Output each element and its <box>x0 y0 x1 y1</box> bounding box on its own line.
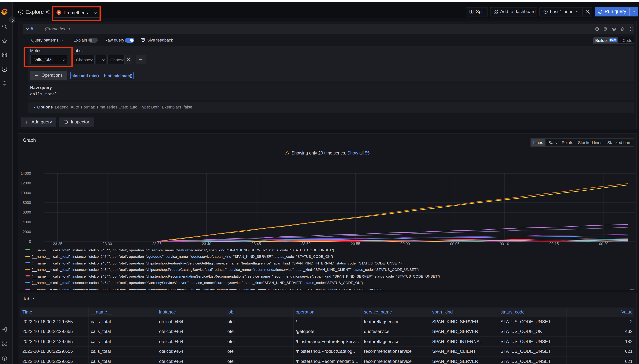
svg-text:4000: 4000 <box>23 220 31 224</box>
svg-text:23:25: 23:25 <box>53 242 62 246</box>
svg-text:00:10: 00:10 <box>500 242 509 246</box>
svg-text:23:35: 23:35 <box>152 242 162 246</box>
svg-text:00:05: 00:05 <box>450 242 460 246</box>
svg-text:23:45: 23:45 <box>252 242 261 246</box>
svg-text:10000: 10000 <box>20 191 31 195</box>
svg-text:23:50: 23:50 <box>301 242 310 246</box>
svg-text:2000: 2000 <box>23 230 31 234</box>
svg-text:23:40: 23:40 <box>202 242 211 246</box>
svg-text:12000: 12000 <box>20 181 31 185</box>
svg-text:14000: 14000 <box>20 171 31 176</box>
svg-text:23:30: 23:30 <box>102 242 112 246</box>
svg-text:6000: 6000 <box>23 210 31 214</box>
svg-text:8000: 8000 <box>23 200 31 205</box>
svg-text:23:55: 23:55 <box>351 242 360 246</box>
svg-text:0: 0 <box>29 240 31 244</box>
svg-text:00:00: 00:00 <box>400 242 410 246</box>
svg-text:00:15: 00:15 <box>550 242 559 246</box>
svg-text:00:20: 00:20 <box>599 242 608 246</box>
